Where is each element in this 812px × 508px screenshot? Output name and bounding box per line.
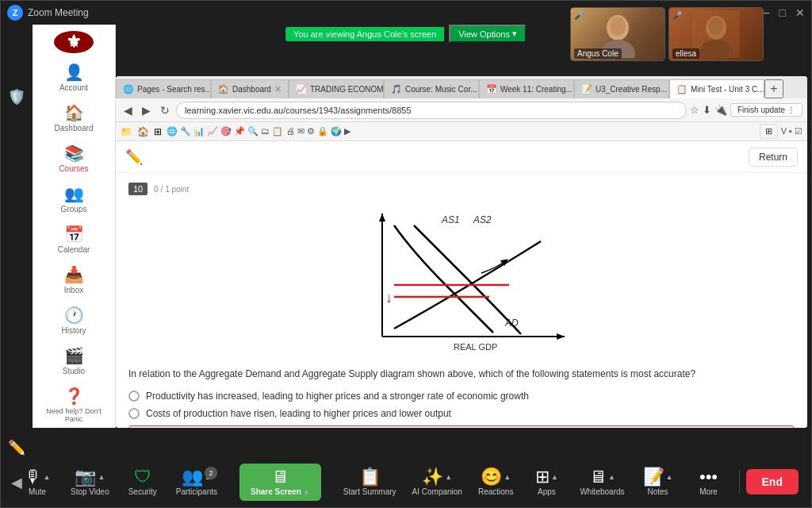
canvas-nav-history[interactable]: 🕐 History — [38, 301, 109, 340]
svg-text:AS1: AS1 — [441, 214, 460, 225]
return-button[interactable]: Return — [749, 148, 798, 167]
tab-music[interactable]: 🎵 Course: Music Cor... ✕ — [384, 79, 479, 98]
whiteboard-icon: 🖥 — [589, 468, 607, 486]
canvas-nav-studio[interactable]: 🎬 Studio — [38, 341, 109, 380]
apps-icon: ⊞ — [535, 468, 550, 486]
ai-caret: ▲ — [445, 473, 452, 481]
more-icon: ⋮ — [787, 106, 795, 114]
finish-update-button[interactable]: Finish update ⋮ — [730, 103, 802, 117]
canvas-nav-courses[interactable]: 📚 Courses — [38, 139, 109, 178]
new-tab-button[interactable]: + — [764, 79, 783, 98]
help-label: Need help? Don't Panic — [41, 407, 106, 423]
finish-update-label: Finish update — [737, 106, 785, 114]
bookmark-icon[interactable]: ☆ — [690, 104, 699, 116]
tool-icon-area: ✏️ — [125, 148, 143, 166]
tab-dashboard[interactable]: 🏠 Dashboard ✕ — [211, 79, 289, 98]
start-summary-button[interactable]: 📋 Start Summary — [337, 465, 403, 499]
answer-text-1: Productivity has increased, leading to h… — [146, 391, 529, 402]
ai-companion-icon: ✨ — [422, 468, 443, 486]
security-label: Security — [128, 487, 157, 496]
tab-minitest[interactable]: 📋 Mini Test - Unit 3 C... ✕ — [669, 79, 764, 98]
groups-label: Groups — [61, 205, 87, 214]
stop-video-button[interactable]: 📷 ▲ Stop Video — [64, 465, 116, 499]
canvas-nav-groups[interactable]: 👥 Groups — [38, 179, 109, 218]
wrong-answer-container: ✕ Business confidence has improved, lead… — [128, 425, 795, 428]
canvas-nav-calendar[interactable]: 📅 Calendar — [38, 220, 109, 259]
bookmark-bar: 📁 🏠 ⊞ 🌐 🔧 📊 📈 🎯 📌 🔍 🗂 📋 🖨 ✉ ⚙ 🔒 🌍 ▶ ⊞ V … — [116, 122, 807, 141]
mic-icon-angus: 🎤 — [574, 11, 584, 20]
download-icon[interactable]: ⬇ — [703, 104, 711, 116]
svg-text:AS2: AS2 — [473, 214, 492, 225]
caret-icon: ▾ — [512, 29, 517, 39]
reactions-label: Reactions — [478, 487, 513, 496]
canvas-nav-help[interactable]: ❓ Need help? Don't Panic — [38, 382, 109, 428]
courses-label: Courses — [59, 164, 88, 173]
whiteboards-label: Whiteboards — [580, 487, 624, 496]
whiteboards-button[interactable]: 🖥 ▲ Whiteboards — [573, 465, 630, 499]
content-area[interactable]: ✏️ Return 10 0 / 1 point — [116, 141, 807, 428]
dashboard-label: Dashboard — [55, 124, 94, 133]
security-icon: 🛡 — [134, 468, 151, 486]
reload-button[interactable]: ↻ — [157, 102, 173, 118]
tab-close-dashboard[interactable]: ✕ — [274, 84, 282, 94]
share-screen-label: Share Screen — [251, 487, 301, 496]
mute-caret: ▲ — [44, 473, 51, 481]
more-button[interactable]: ••• More — [685, 465, 733, 499]
back-button[interactable]: ◀ — [121, 102, 136, 118]
forward-button[interactable]: ▶ — [139, 102, 154, 118]
view-options-button[interactable]: View Options ▾ — [449, 25, 527, 43]
maximize-button[interactable]: □ — [779, 6, 786, 19]
reactions-icon: 😊 — [481, 468, 502, 486]
radio-opt1[interactable] — [128, 391, 140, 402]
apps-button[interactable]: ⊞ ▲ Apps — [523, 465, 570, 499]
tab-label-u3: U3_Creative Resp... — [596, 85, 667, 94]
tab-week11[interactable]: 📅 Week 11: Creating... ✕ — [479, 79, 574, 98]
pencil-edit-icon[interactable]: ✏️ — [2, 433, 31, 462]
collapse-icon[interactable]: ◀ — [2, 468, 31, 497]
angus-name: Angus Cole — [574, 48, 622, 59]
studio-icon: 🎬 — [64, 346, 84, 365]
groups-icon: 👥 — [64, 184, 84, 203]
address-bar[interactable]: learning.xavier.vic.edu.au/courses/1943/… — [176, 102, 687, 119]
answer-option-1[interactable]: Productivity has increased, leading to h… — [128, 391, 795, 402]
canvas-nav-inbox[interactable]: 📥 Inbox — [38, 260, 109, 299]
content-header: ✏️ Return — [116, 141, 807, 173]
toolbar-left-group: 🎙 ▲ Mute 📷 ▲ Stop Video 🛡 Security 👥 — [13, 465, 224, 499]
apps-btn-inner: ⊞ ▲ — [535, 468, 558, 486]
ai-companion-label: AI Companion — [412, 487, 462, 496]
ai-companion-button[interactable]: ✨ ▲ AI Companion — [406, 465, 469, 499]
answer-option-2[interactable]: Costs of production have risen, leading … — [128, 408, 795, 419]
close-button[interactable]: ✕ — [795, 6, 805, 19]
participants-button[interactable]: 👥 ▲ Participants 2 — [170, 465, 224, 499]
notes-button[interactable]: 📝 ▲ Notes — [634, 465, 682, 499]
reactions-button[interactable]: 😊 ▲ Reactions — [472, 465, 519, 499]
radio-opt2[interactable] — [128, 408, 140, 419]
tab-u3[interactable]: 📝 U3_Creative Resp... ✕ — [574, 79, 669, 98]
canvas-nav-account[interactable]: 👤 Account — [38, 58, 109, 97]
toolbar-divider — [739, 470, 740, 494]
notes-icon: 📝 — [643, 468, 665, 486]
grid-view-button[interactable]: ⊞ — [760, 124, 778, 139]
tab-label-minitest: Mini Test - Unit 3 C... — [691, 85, 764, 94]
svg-point-2 — [610, 17, 626, 36]
canvas-nav-dashboard[interactable]: 🏠 Dashboard — [38, 98, 109, 137]
calendar-label: Calendar — [58, 245, 90, 254]
canvas-logo: ⚜ — [54, 31, 94, 53]
tab-favicon-minitest: 📋 — [676, 84, 688, 94]
share-screen-button[interactable]: 🖥 Share Screen ▲ — [239, 464, 321, 501]
courses-icon: 📚 — [64, 144, 84, 163]
apps-label: Apps — [538, 487, 556, 496]
start-summary-label: Start Summary — [343, 487, 396, 496]
extension-icon[interactable]: 🔌 — [714, 104, 727, 116]
security-button[interactable]: 🛡 Security — [119, 465, 167, 499]
zoom-sidebar: 🛡️ ✏️ ◀ — [1, 76, 33, 503]
video-thumb-angus[interactable]: 🎤 Angus Cole — [570, 7, 665, 61]
end-button[interactable]: End — [746, 469, 799, 495]
video-thumb-ellesa[interactable]: 🎤 ellesa — [668, 7, 764, 61]
tab-pages[interactable]: 🌐 Pages - Search res... ✕ — [116, 79, 211, 98]
toolbar-center-group: 🖥 Share Screen ▲ — [239, 464, 321, 501]
tab-label-pages: Pages - Search res... — [137, 85, 211, 94]
ellesa-name: ellesa — [672, 48, 699, 59]
toolbar-bookmark-items: 🌐 🔧 📊 📈 🎯 📌 🔍 🗂 📋 🖨 ✉ ⚙ 🔒 🌍 ▶ — [167, 126, 350, 137]
tab-trading[interactable]: 📈 TRADING ECONOM... ✕ — [289, 79, 384, 98]
